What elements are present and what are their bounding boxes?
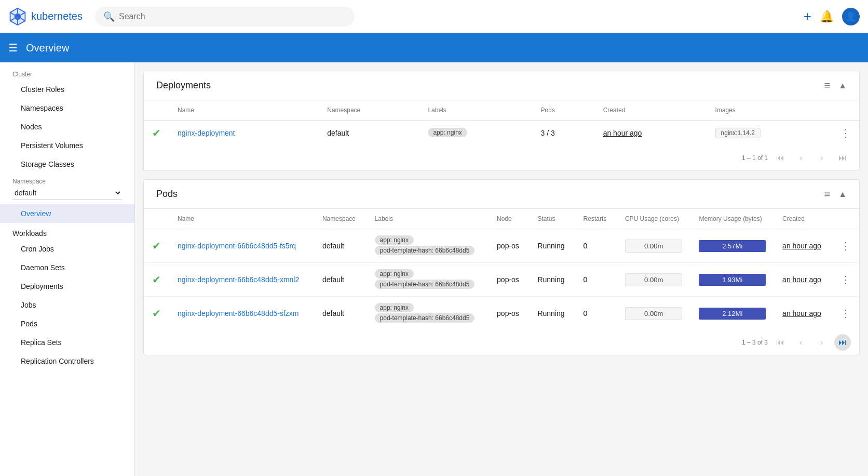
pod-status-value: Running bbox=[529, 297, 575, 330]
sidebar-item-namespaces[interactable]: Namespaces bbox=[0, 99, 134, 117]
user-avatar[interactable]: 👤 bbox=[842, 8, 860, 25]
memory-usage-bar: 2.12Mi bbox=[699, 308, 766, 320]
notifications-icon[interactable]: 🔔 bbox=[820, 10, 834, 23]
deployments-col-actions bbox=[832, 100, 859, 121]
sidebar-item-replication-controllers[interactable]: Replication Controllers bbox=[0, 352, 134, 371]
pod-created-cell: an hour ago bbox=[774, 263, 832, 297]
pods-col-restarts: Restarts bbox=[575, 209, 617, 229]
pod-namespace-cell: default bbox=[314, 263, 367, 297]
pod-status-cell: ✔ bbox=[144, 297, 169, 330]
pod-link[interactable]: nginx-deployment-66b6c48dd5-xmnl2 bbox=[178, 275, 299, 284]
deployment-more-cell: ⋮ bbox=[832, 121, 859, 146]
pod-more-icon[interactable]: ⋮ bbox=[840, 308, 851, 319]
deployments-header-actions: ≡ ▲ bbox=[824, 80, 847, 91]
deployments-header: Deployments ≡ ▲ bbox=[144, 71, 859, 100]
pods-first-page-button[interactable]: ⏮ bbox=[772, 334, 789, 351]
pods-collapse-icon[interactable]: ▲ bbox=[838, 190, 847, 199]
deployments-col-status bbox=[144, 100, 169, 121]
pod-link[interactable]: nginx-deployment-66b6c48dd5-fs5rq bbox=[178, 242, 296, 250]
pod-namespace-cell: default bbox=[314, 297, 367, 330]
search-bar[interactable]: 🔍 bbox=[95, 7, 355, 27]
pods-col-actions bbox=[832, 209, 859, 229]
search-input[interactable] bbox=[119, 12, 346, 21]
pods-col-memory: Memory Usage (bytes) bbox=[690, 209, 774, 229]
pod-created-date[interactable]: an hour ago bbox=[782, 275, 821, 284]
sidebar-item-persistent-volumes[interactable]: Persistent Volumes bbox=[0, 136, 134, 155]
sidebar-item-jobs[interactable]: Jobs bbox=[0, 296, 134, 314]
pods-filter-icon[interactable]: ≡ bbox=[824, 188, 830, 200]
deployment-link[interactable]: nginx-deployment bbox=[178, 129, 235, 137]
pods-last-page-button[interactable]: ⏭ bbox=[834, 334, 851, 351]
pod-restarts-cell: 0 bbox=[575, 229, 617, 263]
pod-link[interactable]: nginx-deployment-66b6c48dd5-sfzxm bbox=[178, 309, 299, 318]
status-ok-icon: ✔ bbox=[152, 127, 161, 139]
sidebar-item-replica-sets[interactable]: Replica Sets bbox=[0, 333, 134, 352]
deployments-pagination: 1 – 1 of 1 ⏮ ‹ › ⏭ bbox=[144, 146, 859, 170]
sidebar-item-pods[interactable]: Pods bbox=[0, 314, 134, 333]
deployments-col-created: Created bbox=[595, 100, 707, 121]
next-page-button[interactable]: › bbox=[813, 150, 830, 166]
layout: Cluster Cluster Roles Namespaces Nodes P… bbox=[0, 62, 868, 372]
pod-more-icon[interactable]: ⋮ bbox=[840, 240, 851, 252]
label-chip: app: nginx bbox=[375, 269, 414, 279]
pods-title: Pods bbox=[156, 189, 178, 200]
deployments-filter-icon[interactable]: ≡ bbox=[824, 80, 830, 91]
pod-created-date[interactable]: an hour ago bbox=[782, 242, 821, 250]
pods-prev-page-button[interactable]: ‹ bbox=[793, 334, 809, 351]
sidebar-item-deployments[interactable]: Deployments bbox=[0, 277, 134, 296]
deployments-col-namespace: Namespace bbox=[319, 100, 419, 121]
pods-col-status bbox=[144, 209, 169, 229]
cpu-usage-bar: 0.00m bbox=[625, 273, 683, 286]
pods-col-node: Node bbox=[489, 209, 529, 229]
last-page-button[interactable]: ⏭ bbox=[834, 150, 851, 166]
pod-cpu-cell: 0.00m bbox=[617, 263, 691, 297]
image-chip: nginx:1.14.2 bbox=[715, 128, 761, 138]
pod-name-cell: nginx-deployment-66b6c48dd5-xmnl2 bbox=[169, 263, 314, 297]
deployment-namespace-cell: default bbox=[319, 121, 419, 146]
sidebar-item-overview[interactable]: Overview bbox=[0, 204, 134, 223]
pods-col-namespace: Namespace bbox=[314, 209, 367, 229]
pod-created-cell: an hour ago bbox=[774, 297, 832, 330]
sidebar-item-nodes[interactable]: Nodes bbox=[0, 117, 134, 136]
status-ok-icon: ✔ bbox=[152, 240, 161, 252]
sidebar-item-storage-classes[interactable]: Storage Classes bbox=[0, 155, 134, 174]
label-chip: pod-template-hash: 66b6c48dd5 bbox=[375, 246, 475, 255]
pod-more-cell: ⋮ bbox=[832, 263, 859, 297]
namespace-selector-area: Namespace default kube-system kube-publi… bbox=[0, 174, 134, 204]
namespace-select[interactable]: default kube-system kube-public bbox=[12, 186, 122, 200]
prev-page-button[interactable]: ‹ bbox=[793, 150, 809, 166]
pod-created-date[interactable]: an hour ago bbox=[782, 309, 821, 318]
add-button[interactable]: + bbox=[804, 8, 811, 24]
label-chip: pod-template-hash: 66b6c48dd5 bbox=[375, 313, 475, 323]
header-title: Overview bbox=[26, 42, 69, 54]
cluster-section-label: Cluster bbox=[0, 62, 134, 80]
pods-next-page-button[interactable]: › bbox=[813, 334, 830, 351]
deployment-more-icon[interactable]: ⋮ bbox=[840, 127, 851, 139]
pod-name-cell: nginx-deployment-66b6c48dd5-sfzxm bbox=[169, 297, 314, 330]
pod-more-icon[interactable]: ⋮ bbox=[840, 274, 851, 285]
deployment-created-date[interactable]: an hour ago bbox=[603, 129, 642, 137]
deployments-collapse-icon[interactable]: ▲ bbox=[838, 81, 847, 90]
pod-restarts-cell: 0 bbox=[575, 263, 617, 297]
first-page-button[interactable]: ⏮ bbox=[772, 150, 789, 166]
hamburger-menu[interactable]: ☰ bbox=[8, 42, 18, 54]
pod-memory-cell: 1.93Mi bbox=[690, 263, 774, 297]
workloads-section-label: Workloads bbox=[0, 223, 134, 240]
pods-col-status-col: Status bbox=[529, 209, 575, 229]
pods-col-cpu: CPU Usage (cores) bbox=[617, 209, 691, 229]
deployments-table: Name Namespace Labels Pods Created Image… bbox=[144, 100, 859, 146]
pod-labels-cell: app: nginxpod-template-hash: 66b6c48dd5 bbox=[367, 229, 489, 263]
sidebar-item-cluster-roles[interactable]: Cluster Roles bbox=[0, 80, 134, 99]
pod-status-cell: ✔ bbox=[144, 229, 169, 263]
logo-area: kubernetes bbox=[8, 7, 83, 26]
pod-memory-cell: 2.12Mi bbox=[690, 297, 774, 330]
deployment-status-cell: ✔ bbox=[144, 121, 169, 146]
pod-memory-cell: 2.57Mi bbox=[690, 229, 774, 263]
label-chip: app: nginx bbox=[375, 235, 414, 245]
deployments-col-pods: Pods bbox=[533, 100, 595, 121]
sidebar-item-daemon-sets[interactable]: Daemon Sets bbox=[0, 258, 134, 277]
deployments-card: Deployments ≡ ▲ Name Namespace Labels Po… bbox=[143, 71, 860, 171]
pod-node-cell: pop-os bbox=[489, 263, 529, 297]
sidebar-item-cron-jobs[interactable]: Cron Jobs bbox=[0, 240, 134, 258]
memory-usage-bar: 1.93Mi bbox=[699, 274, 766, 286]
